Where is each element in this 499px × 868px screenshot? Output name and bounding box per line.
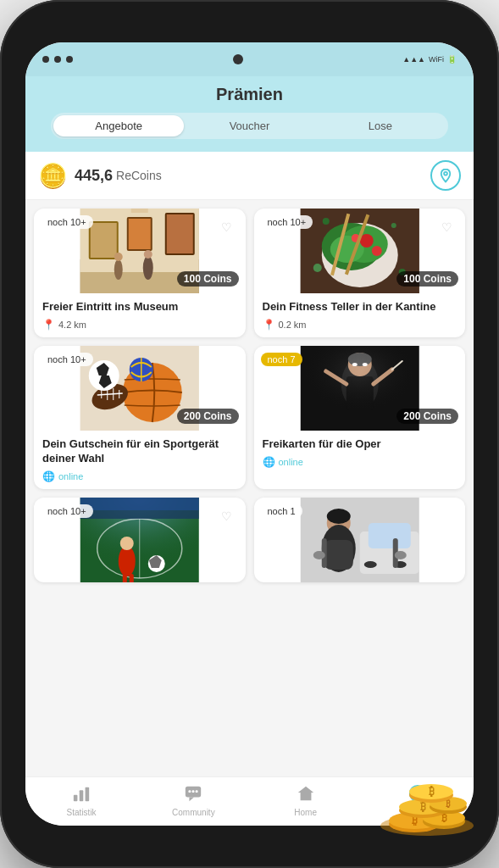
svg-rect-71 [363, 561, 376, 568]
status-bar: ▲▲▲ WiFi 🔋 [25, 42, 474, 76]
card-sports[interactable]: noch 10+ 200 Coins Dein Gutschein für ei… [34, 346, 246, 489]
svg-point-11 [114, 259, 123, 280]
svg-rect-81 [74, 795, 78, 801]
svg-rect-70 [368, 523, 410, 548]
page-title: Prämien [42, 85, 457, 104]
svg-rect-83 [86, 787, 90, 802]
card-museum-loc-icon: 📍 [42, 319, 55, 331]
card-museum[interactable]: noch 10+ ♡ 100 Coins Freier Eintritt ins… [34, 209, 246, 337]
card-museum-price: 100 Coins [177, 271, 239, 287]
phone-wrapper: ▲▲▲ WiFi 🔋 Prämien Angebote Voucher Lose [0, 0, 499, 868]
card-opera-price: 200 Coins [396, 409, 458, 424]
card-sports-price: 200 Coins [177, 409, 239, 424]
tab-angebote[interactable]: Angebote [53, 115, 184, 136]
status-dot-3 [66, 56, 73, 63]
nav-statistik[interactable]: Statistik [25, 784, 137, 817]
card-sports-badge: noch 10+ [41, 353, 93, 366]
nav-home-icon [296, 784, 316, 806]
card-opera-image-wrapper: noch 7 200 Coins [254, 346, 466, 431]
card-soccer-image-wrapper: noch 10+ ♡ [34, 498, 246, 582]
card-museum-heart[interactable]: ♡ [215, 215, 239, 239]
card-museum-badge: noch 10+ [41, 215, 93, 229]
card-museum-location: 📍 4.2 km [42, 319, 237, 331]
card-museum-body: Freier Eintritt ins Museum 📍 4.2 km [34, 293, 246, 337]
card-person-badge: noch 1 [261, 504, 302, 518]
nav-home-label: Home [294, 808, 317, 817]
deco-coins: ₿ ₿ ₿ ₿ ₿ [372, 732, 482, 843]
status-icons: ▲▲▲ WiFi 🔋 [402, 55, 457, 64]
coins-bar: 🪙 445,6 ReCoins [25, 152, 474, 200]
svg-rect-62 [123, 574, 127, 582]
svg-point-12 [114, 253, 123, 261]
coins-label: ReCoins [116, 169, 162, 182]
svg-rect-15 [131, 209, 148, 213]
card-opera-loc-icon: 🌐 [263, 456, 275, 468]
card-fitness-price: 100 Coins [396, 271, 458, 287]
nav-home[interactable]: Home [250, 784, 362, 817]
svg-rect-88 [196, 790, 198, 793]
card-fitness-loc-icon: 📍 [263, 319, 275, 331]
card-opera[interactable]: noch 7 200 Coins Freikarten für die Oper… [254, 346, 466, 489]
nav-statistik-icon [71, 784, 91, 806]
bar-chart-icon [71, 784, 91, 803]
card-fitness-image-wrapper: noch 10+ ♡ 100 Coins [254, 209, 466, 293]
svg-rect-67 [80, 498, 199, 510]
svg-marker-85 [190, 798, 195, 802]
card-opera-location: 🌐 online [263, 456, 457, 468]
svg-text:₿: ₿ [429, 785, 435, 798]
svg-point-61 [120, 537, 134, 550]
svg-rect-63 [130, 574, 134, 582]
card-opera-title: Freikarten für die Oper [263, 437, 457, 452]
signal-icon: ▲▲▲ [402, 55, 425, 64]
card-fitness-badge: noch 10+ [261, 215, 313, 229]
location-icon [438, 168, 453, 183]
svg-rect-6 [91, 223, 117, 258]
card-person-image-wrapper: noch 1 [254, 498, 466, 582]
card-fitness[interactable]: noch 10+ ♡ 100 Coins Dein Fitness Teller… [254, 209, 466, 337]
card-sports-online: online [58, 471, 83, 481]
svg-rect-82 [80, 790, 84, 801]
card-person[interactable]: noch 1 [254, 498, 466, 582]
app-content: Prämien Angebote Voucher Lose 🪙 445,6 Re… [25, 76, 474, 826]
location-button[interactable] [430, 160, 461, 191]
status-dots [42, 56, 73, 63]
home-icon [296, 784, 316, 803]
card-opera-body: Freikarten für die Oper 🌐 online [254, 431, 466, 475]
card-sports-title: Dein Gutschein für ein Sportgerät deiner… [42, 437, 237, 466]
svg-marker-89 [297, 787, 313, 801]
svg-point-79 [313, 551, 324, 559]
svg-point-23 [371, 246, 381, 256]
card-museum-image-wrapper: noch 10+ ♡ 100 Coins [34, 209, 246, 293]
card-opera-badge: noch 7 [261, 353, 302, 366]
card-soccer-badge: noch 10+ [41, 504, 93, 518]
tabs-container: Angebote Voucher Lose [51, 113, 448, 139]
svg-point-80 [394, 551, 406, 559]
card-sports-image-wrapper: noch 10+ 200 Coins [34, 346, 246, 431]
card-soccer[interactable]: noch 10+ ♡ [34, 498, 246, 582]
nav-community[interactable]: Community [137, 784, 249, 817]
svg-point-0 [444, 172, 447, 175]
tab-lose[interactable]: Lose [315, 115, 446, 136]
svg-rect-10 [167, 214, 193, 253]
card-museum-title: Freier Eintritt ins Museum [42, 300, 237, 314]
svg-point-28 [391, 223, 396, 228]
status-dot-2 [54, 56, 61, 63]
battery-icon: 🔋 [447, 55, 457, 64]
card-fitness-location: 📍 0.2 km [263, 319, 457, 331]
card-fitness-heart[interactable]: ♡ [435, 215, 458, 239]
svg-rect-76 [324, 540, 352, 570]
card-sports-loc-icon: 🌐 [42, 470, 55, 482]
cards-scroll[interactable]: noch 10+ ♡ 100 Coins Freier Eintritt ins… [25, 200, 474, 776]
card-sports-location: 🌐 online [42, 470, 237, 482]
card-opera-online: online [279, 457, 303, 467]
card-fitness-distance: 0.2 km [279, 320, 307, 330]
svg-rect-86 [189, 790, 191, 793]
svg-point-75 [326, 509, 350, 524]
card-fitness-title: Dein Fitness Teller in der Kantine [263, 300, 457, 314]
tab-voucher[interactable]: Voucher [184, 115, 314, 136]
card-soccer-heart[interactable]: ♡ [215, 504, 239, 528]
nav-community-icon [183, 784, 203, 806]
camera [233, 54, 243, 64]
header: Prämien Angebote Voucher Lose [25, 76, 474, 152]
svg-rect-8 [129, 219, 151, 249]
